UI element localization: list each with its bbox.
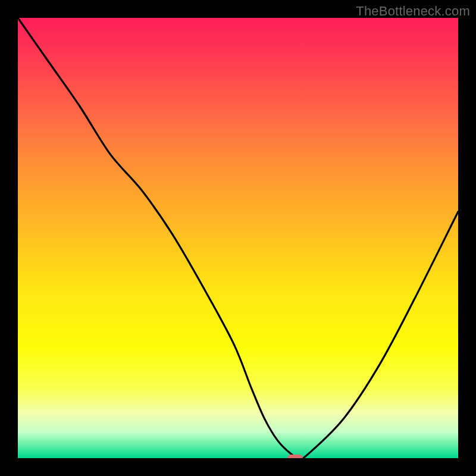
chart-container: TheBottleneck.com [0,0,476,476]
frame-border-bottom [0,458,476,476]
bottleneck-curve-svg [18,18,458,458]
frame-border-left [0,0,18,476]
bottleneck-curve-path [18,18,458,458]
watermark-text: TheBottleneck.com [356,4,470,19]
frame-border-right [458,0,476,476]
